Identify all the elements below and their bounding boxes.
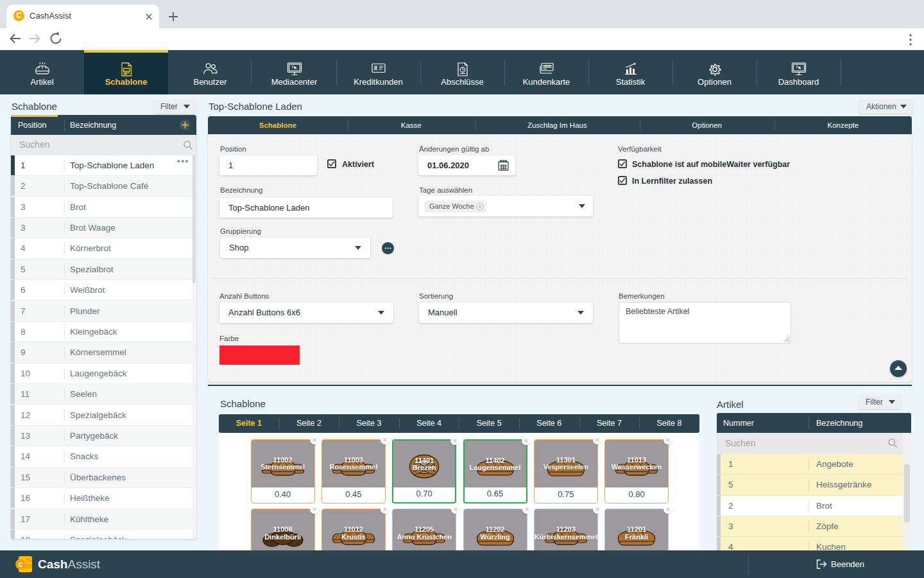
svg-text:c: c [19,560,23,569]
